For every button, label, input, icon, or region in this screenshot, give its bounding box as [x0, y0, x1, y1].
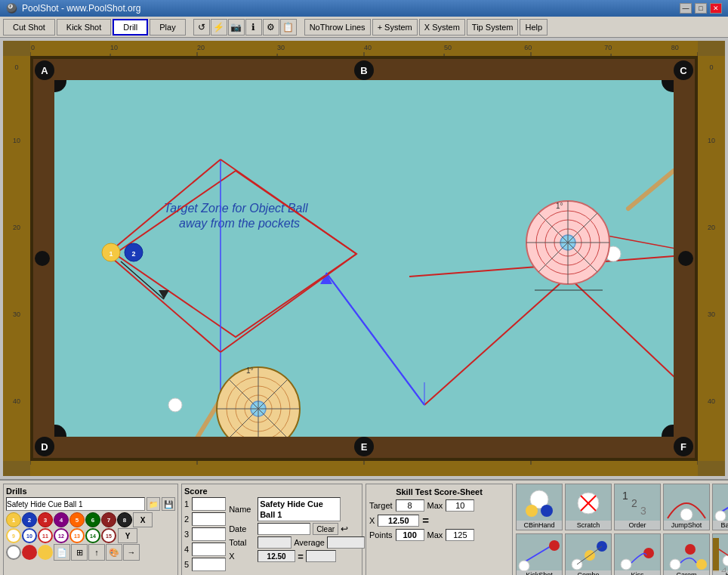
yellow-ball-btn[interactable]	[38, 545, 53, 560]
reset-icon-button[interactable]: ↺	[193, 19, 210, 36]
ball-10[interactable]: 10	[22, 528, 37, 543]
svg-text:30: 30	[13, 311, 20, 318]
cue-ball-btn[interactable]	[6, 545, 21, 560]
play-button[interactable]: Play	[150, 19, 185, 36]
red-ball-btn[interactable]	[22, 545, 37, 560]
plus-system-button[interactable]: + System	[372, 19, 418, 36]
date-input[interactable]	[258, 523, 310, 535]
skill-points-max-input[interactable]	[446, 529, 474, 541]
score-numbers: 1 2 3 4 5	[184, 497, 189, 571]
thumb-jumpshot[interactable]: JumpShot	[663, 484, 710, 530]
x-system-button[interactable]: X System	[419, 19, 465, 36]
ball-14[interactable]: 14	[85, 528, 100, 543]
camera-icon-button[interactable]: 📷	[228, 19, 245, 36]
score-input-4[interactable]	[192, 543, 226, 556]
skill-max-label: Max	[427, 501, 443, 510]
svg-text:1: 1	[622, 490, 628, 502]
ball-4[interactable]: 4	[54, 512, 69, 527]
drill-save-button[interactable]: 💾	[162, 497, 175, 511]
ball-1[interactable]: 1	[6, 512, 21, 527]
thumb-cbinhand[interactable]: CBinHand	[516, 484, 563, 530]
svg-text:0: 0	[31, 44, 35, 51]
no-throw-lines-button[interactable]: NoThrow Lines	[304, 19, 371, 36]
minimize-button[interactable]: —	[680, 3, 692, 14]
close-button[interactable]: ✕	[710, 3, 722, 14]
total-input[interactable]	[258, 536, 292, 549]
svg-text:1°: 1°	[556, 202, 563, 210]
resize-handle[interactable]: ⊿	[720, 565, 726, 573]
ball-12[interactable]: 12	[54, 528, 69, 543]
ball-8[interactable]: 8	[117, 512, 132, 527]
ball-7[interactable]: 7	[101, 512, 116, 527]
average-input[interactable]	[327, 536, 365, 549]
maximize-button[interactable]: □	[695, 3, 707, 14]
skill-equals: =	[422, 514, 429, 527]
thumb-kiss[interactable]: Kiss	[614, 533, 661, 575]
arrow-right-btn[interactable]: →	[123, 544, 140, 561]
ball-2[interactable]: 2	[22, 512, 37, 527]
main-toolbar: Cut Shot Kick Shot Drill Play ↺ ⚡ 📷 ℹ ⚙ …	[0, 17, 728, 38]
score-input-2[interactable]	[192, 512, 226, 526]
thumb-scratch[interactable]: Scratch	[565, 484, 612, 530]
drill-button[interactable]: Drill	[113, 19, 148, 36]
grid-icon-btn[interactable]: ⊞	[71, 544, 88, 561]
page-icon-btn[interactable]: 📄	[54, 544, 70, 561]
lightning-icon-button[interactable]: ⚡	[211, 19, 227, 36]
svg-marker-61	[159, 290, 169, 299]
skill-x-label: X	[369, 516, 375, 525]
ball-15[interactable]: 15	[101, 528, 116, 543]
score-num-4: 4	[184, 543, 189, 556]
total-row: Total Average	[229, 536, 365, 549]
svg-text:50: 50	[444, 44, 452, 51]
kick-shot-button[interactable]: Kick Shot	[57, 19, 111, 36]
skill-test-title: Skill Test Score-Sheet	[369, 487, 509, 496]
clipboard-icon-button[interactable]: 📋	[280, 19, 297, 36]
ball-11[interactable]: 11	[38, 528, 53, 543]
info-icon-button[interactable]: ℹ	[245, 19, 262, 36]
svg-line-55	[221, 254, 356, 352]
svg-text:10: 10	[13, 137, 20, 144]
ball-3[interactable]: 3	[38, 512, 53, 527]
thumb-bankshot-label: BankShot	[713, 521, 728, 530]
skill-max-input[interactable]	[446, 499, 474, 512]
drill-folder-button[interactable]: 📁	[147, 497, 160, 511]
thumb-kickshot[interactable]: KickShot	[516, 533, 563, 575]
thumb-bankshot[interactable]: BankShot	[712, 484, 728, 530]
score-input-5[interactable]	[192, 558, 226, 571]
cut-shot-button[interactable]: Cut Shot	[3, 19, 55, 36]
ball-5[interactable]: 5	[69, 512, 85, 527]
title-bar-controls: — □ ✕	[680, 3, 722, 14]
thumb-order[interactable]: 1 2 3 Order	[614, 484, 661, 530]
skill-target-input[interactable]	[396, 499, 424, 512]
x-button[interactable]: X	[133, 512, 153, 527]
skill-points-label: Points	[369, 530, 393, 539]
thumb-combo[interactable]: Combo	[565, 533, 612, 575]
svg-text:30: 30	[708, 311, 715, 318]
score-input-1[interactable]	[192, 497, 226, 511]
palette-btn[interactable]: 🎨	[106, 544, 122, 561]
help-button[interactable]: Help	[520, 19, 548, 36]
drill-name-input[interactable]	[6, 497, 145, 511]
tip-system-button[interactable]: Tip System	[467, 19, 519, 36]
felt-area[interactable]: Target Zone for Object Ball away from th…	[54, 80, 674, 437]
ball-9[interactable]: 9	[6, 528, 21, 543]
skill-points-input[interactable]	[396, 529, 424, 541]
thumb-carom[interactable]: Carom	[663, 533, 710, 575]
icon-btn-group: ↺ ⚡ 📷 ℹ ⚙ 📋	[193, 19, 297, 36]
svg-point-119	[696, 559, 707, 570]
svg-text:20: 20	[708, 224, 715, 231]
y-button[interactable]: Y	[118, 528, 137, 543]
multiplier-input[interactable]	[258, 550, 295, 562]
ball-6[interactable]: 6	[85, 512, 100, 527]
skill-x-input[interactable]	[378, 515, 419, 527]
svg-line-63	[628, 171, 674, 209]
pool-table-frame: Target Zone for Object Ball away from th…	[30, 56, 698, 461]
ball-13[interactable]: 13	[69, 528, 85, 543]
arrow-up-btn[interactable]: ↑	[88, 544, 105, 561]
clear-icon[interactable]: ↩	[341, 524, 348, 534]
thumb-row-bottom: KickShot Combo Kiss	[516, 533, 728, 575]
score-input-3[interactable]	[192, 527, 226, 541]
settings-icon-button[interactable]: ⚙	[263, 19, 279, 36]
clear-button[interactable]: Clear	[313, 523, 338, 535]
result-box	[306, 550, 336, 562]
